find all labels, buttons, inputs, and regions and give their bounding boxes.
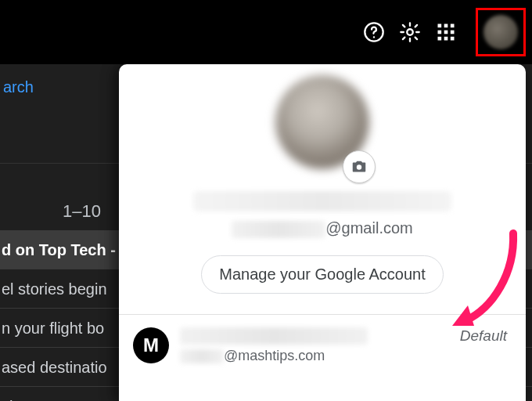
secondary-account-row[interactable]: M @mashtips.com Default — [119, 315, 526, 364]
svg-rect-6 — [438, 31, 442, 34]
secondary-name-redacted — [180, 327, 368, 345]
account-logo: M — [133, 327, 169, 363]
help-icon[interactable] — [363, 21, 385, 43]
pagination-count: 1–10 — [63, 201, 101, 222]
profile-name-redacted — [193, 191, 451, 211]
svg-point-12 — [357, 164, 361, 169]
svg-point-1 — [373, 36, 375, 38]
svg-rect-3 — [438, 24, 442, 28]
svg-rect-8 — [451, 31, 455, 34]
svg-rect-5 — [451, 24, 455, 28]
profile-email: @gmail.com — [119, 219, 526, 238]
secondary-email: @mashtips.com — [180, 348, 368, 364]
svg-point-2 — [407, 29, 412, 34]
camera-icon[interactable] — [343, 150, 376, 183]
secondary-email-local-redacted — [180, 349, 224, 363]
app-header — [0, 0, 532, 64]
account-avatar-highlight — [476, 8, 526, 56]
default-badge: Default — [460, 327, 507, 345]
svg-rect-4 — [444, 24, 448, 28]
account-avatar[interactable] — [483, 15, 518, 49]
apps-grid-icon[interactable] — [435, 21, 457, 43]
manage-account-button[interactable]: Manage your Google Account — [201, 255, 444, 294]
svg-rect-9 — [438, 37, 442, 41]
advanced-search-link[interactable]: arch — [2, 78, 34, 96]
svg-rect-10 — [444, 37, 448, 41]
svg-rect-7 — [444, 31, 448, 34]
svg-rect-11 — [451, 37, 455, 41]
account-switcher-popup: @gmail.com Manage your Google Account M … — [119, 64, 526, 401]
gear-icon[interactable] — [399, 21, 421, 43]
email-local-redacted — [232, 221, 325, 238]
